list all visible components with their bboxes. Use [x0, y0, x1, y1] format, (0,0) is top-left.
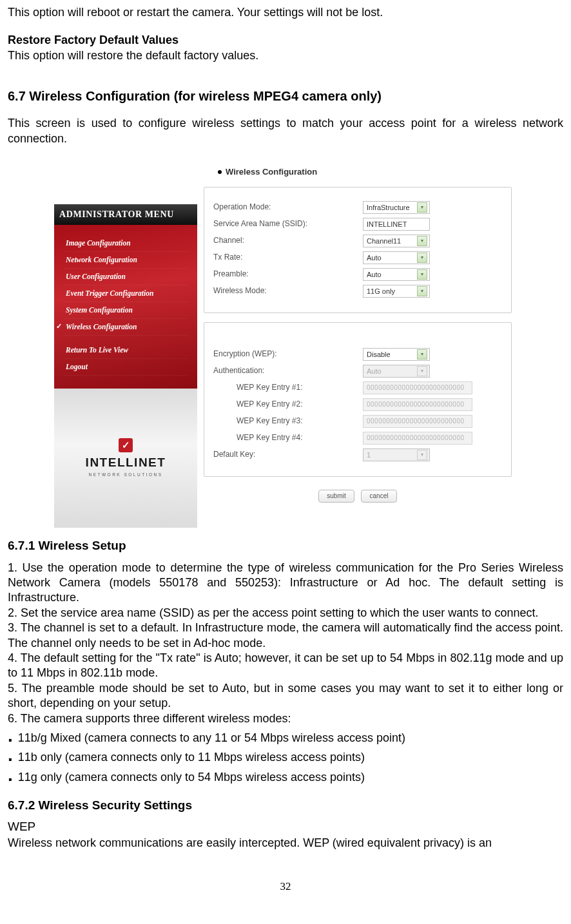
menu-event-trigger-config[interactable]: Event Trigger Configuration — [63, 285, 188, 302]
op-mode-value: InfraStructure — [367, 203, 410, 212]
main-panel: Wireless Configuration Operation Mode: I… — [197, 154, 517, 528]
bullet-dot-icon: . — [8, 770, 13, 781]
sidebar-top-spacer — [54, 154, 197, 204]
s671-p5: 5. The preamble mode should be set to Au… — [8, 681, 563, 711]
brand-logo-sub: NETWORK SOLUTIONS — [86, 472, 166, 477]
default-key-value: 1 — [367, 450, 371, 459]
restore-title: Restore Factory Default Values — [8, 33, 563, 48]
brand-check-icon: ✓ — [119, 438, 133, 452]
bullet-3: . 11g only (camera connects only to 54 M… — [8, 770, 563, 785]
bullet-1: . 11b/g Mixed (camera connects to any 11… — [8, 731, 563, 746]
heading-6-7-2: 6.7.2 Wireless Security Settings — [8, 798, 563, 814]
wireless-config-screenshot: ADMINISTRATOR MENU Image Configuration N… — [54, 154, 517, 528]
chevron-down-icon: ▾ — [417, 286, 427, 296]
chevron-down-icon: ▾ — [417, 450, 427, 460]
heading-6-7-1: 6.7.1 Wireless Setup — [8, 538, 563, 554]
channel-label: Channel: — [213, 236, 363, 246]
channel-select[interactable]: Channel11 ▾ — [363, 235, 430, 247]
chevron-down-icon: ▾ — [417, 366, 427, 376]
menu-network-config[interactable]: Network Configuration — [63, 252, 188, 269]
wmode-label: Wireless Mode: — [213, 286, 363, 296]
s671-p2: 2. Set the service area name (SSID) as p… — [8, 606, 563, 621]
key3-label: WEP Key Entry #3: — [213, 416, 363, 427]
enc-value: Disable — [367, 350, 391, 359]
chevron-down-icon: ▾ — [417, 269, 427, 280]
submit-button[interactable]: submit — [318, 490, 354, 503]
wireless-settings-box: Operation Mode: InfraStructure ▾ Service… — [204, 187, 512, 313]
default-key-label: Default Key: — [213, 450, 363, 460]
key2-label: WEP Key Entry #2: — [213, 399, 363, 410]
panel-title: Wireless Configuration — [204, 160, 512, 187]
preamble-select[interactable]: Auto ▾ — [363, 268, 430, 281]
op-mode-label: Operation Mode: — [213, 202, 363, 213]
enc-select[interactable]: Disable ▾ — [363, 348, 430, 361]
bullet-dot-icon: . — [8, 731, 13, 742]
brand-logo-text: INTELLINET — [86, 455, 166, 471]
preamble-label: Preamble: — [213, 269, 363, 280]
s671-p1: 1. Use the operation mode to determine t… — [8, 561, 563, 606]
key3-input[interactable]: 0000000000000000000000000 — [363, 415, 472, 428]
auth-value: Auto — [367, 367, 382, 376]
ssid-value: INTELLINET — [367, 220, 407, 229]
bullet-2: . 11b only (camera connects only to 11 M… — [8, 750, 563, 765]
panel-title-text: Wireless Configuration — [226, 167, 317, 178]
sidebar: ADMINISTRATOR MENU Image Configuration N… — [54, 154, 197, 528]
intro-p1: This option will reboot or restart the c… — [8, 5, 563, 20]
chevron-down-icon: ▾ — [417, 202, 427, 213]
wmode-select[interactable]: 11G only ▾ — [363, 285, 430, 298]
s671-p3: 3. The channel is set to a default. In I… — [8, 621, 563, 651]
auth-select[interactable]: Auto ▾ — [363, 365, 430, 378]
page-number: 32 — [8, 880, 563, 894]
txrate-select[interactable]: Auto ▾ — [363, 251, 430, 264]
wep-body: Wireless network communications are easi… — [8, 836, 563, 851]
default-key-select[interactable]: 1 ▾ — [363, 448, 430, 461]
txrate-label: Tx Rate: — [213, 253, 363, 263]
menu-system-config[interactable]: System Configuration — [63, 302, 188, 319]
op-mode-select[interactable]: InfraStructure ▾ — [363, 201, 430, 214]
ssid-input[interactable]: INTELLINET — [363, 218, 430, 231]
menu-user-config[interactable]: User Configuration — [63, 269, 188, 285]
admin-menu: Image Configuration Network Configuratio… — [54, 225, 197, 389]
key1-input[interactable]: 0000000000000000000000000 — [363, 381, 472, 394]
wmode-value: 11G only — [367, 287, 395, 296]
bullet-dot-icon: . — [8, 750, 13, 761]
chevron-down-icon: ▾ — [417, 236, 427, 246]
txrate-value: Auto — [367, 253, 382, 262]
restore-body: This option will restore the default fac… — [8, 48, 563, 63]
ssid-label: Service Area Name (SSID): — [213, 219, 363, 229]
menu-return-live-view[interactable]: Return To Live View — [63, 342, 188, 359]
chevron-down-icon: ▾ — [417, 253, 427, 263]
heading-6-7: 6.7 Wireless Configuration (for wireless… — [8, 88, 563, 104]
menu-logout[interactable]: Logout — [63, 359, 188, 376]
brand-logo-block: ✓ INTELLINET NETWORK SOLUTIONS — [54, 389, 197, 528]
key4-label: WEP Key Entry #4: — [213, 433, 363, 443]
key2-input[interactable]: 0000000000000000000000000 — [363, 398, 472, 411]
preamble-value: Auto — [367, 270, 382, 279]
auth-label: Authentication: — [213, 366, 363, 376]
s671-p6: 6. The camera supports three different w… — [8, 711, 563, 726]
bullet-3-text: 11g only (camera connects only to 54 Mbp… — [18, 770, 365, 785]
chevron-down-icon: ▾ — [417, 349, 427, 360]
section-6-7-desc: This screen is used to configure wireles… — [8, 116, 563, 146]
menu-wireless-config[interactable]: Wireless Configuration — [63, 319, 188, 336]
key4-input[interactable]: 0000000000000000000000000 — [363, 432, 472, 445]
key1-label: WEP Key Entry #1: — [213, 383, 363, 393]
bullet-2-text: 11b only (camera connects only to 11 Mbp… — [18, 750, 365, 765]
channel-value: Channel11 — [367, 236, 401, 245]
admin-menu-title: ADMINISTRATOR MENU — [54, 204, 197, 225]
menu-image-config[interactable]: Image Configuration — [63, 235, 188, 252]
s671-p4: 4. The default setting for the "Tx rate"… — [8, 651, 563, 681]
cancel-button[interactable]: cancel — [361, 490, 397, 503]
bullet-icon — [218, 170, 222, 174]
wep-title: WEP — [8, 819, 563, 835]
enc-label: Encryption (WEP): — [213, 349, 363, 360]
bullet-1-text: 11b/g Mixed (camera connects to any 11 o… — [18, 731, 405, 746]
wireless-security-box: Encryption (WEP): Disable ▾ Authenticati… — [204, 322, 512, 477]
button-row: submit cancel — [204, 486, 512, 504]
